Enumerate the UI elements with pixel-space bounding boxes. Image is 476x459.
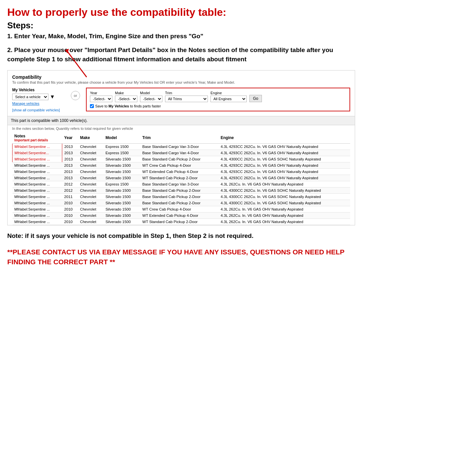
- my-vehicles-box: My Vehicles Select a vehicle ▼ Manage ve…: [12, 88, 65, 113]
- manage-vehicles-link[interactable]: Manage vehicles: [12, 101, 65, 105]
- year-select[interactable]: -Select-: [90, 96, 112, 102]
- engine-cell: 4.3L 4293CC 262Cu. In. V6 GAS OHV Natura…: [219, 143, 350, 150]
- col-header-year: Year: [62, 132, 78, 144]
- trim-cell: Base Standard Cargo Van 4-Door: [140, 150, 219, 156]
- model-cell: Silverado 1500: [103, 168, 140, 175]
- engine-cell: 4.3L 4293CC 262Cu. In. V6 GAS OHV Natura…: [219, 175, 350, 181]
- table-row: Mfrlabel:Serpentine ...2013ChevroletSilv…: [13, 162, 350, 168]
- make-cell: Chevrolet: [78, 193, 103, 200]
- table-row: Mfrlabel:Serpentine ...2010ChevroletSilv…: [13, 206, 350, 212]
- model-cell: Silverado 1500: [103, 187, 140, 193]
- vehicle-select-row: Select a vehicle ▼: [12, 94, 65, 100]
- trim-cell: WT Extended Cab Pickup 4-Door: [140, 168, 219, 175]
- trim-cell: Base Standard Cargo Van 3-Door: [140, 181, 219, 187]
- model-cell: Express 1500: [103, 181, 140, 187]
- make-label: Make: [115, 91, 137, 95]
- quantity-note: In the notes section below, Quantity ref…: [12, 125, 350, 132]
- compat-subtitle: To confirm that this part fits your vehi…: [12, 80, 350, 84]
- model-cell: Express 1500: [103, 150, 140, 156]
- trim-field: Trim All Trims: [165, 91, 208, 102]
- make-cell: Chevrolet: [78, 218, 103, 225]
- engine-cell: 4.3L 4300CC 262Cu. In. V6 GAS SOHC Natur…: [219, 193, 350, 200]
- model-cell: Silverado 1500: [103, 175, 140, 181]
- show-all-compat-link[interactable]: [show all compatible vehicles]: [12, 108, 60, 112]
- make-cell: Chevrolet: [78, 156, 103, 162]
- table-row: Mfrlabel:Serpentine ...2013ChevroletSilv…: [13, 156, 350, 162]
- trim-cell: Base Standard Cab Pickup 2-Door: [140, 200, 219, 206]
- year-cell: 2013: [62, 150, 78, 156]
- save-label: Save to My Vehicles to finds parts faste…: [95, 104, 161, 108]
- notes-cell: Mfrlabel:Serpentine ...: [13, 193, 62, 200]
- notes-cell: Mfrlabel:Serpentine ...: [13, 200, 62, 206]
- year-cell: 2012: [62, 187, 78, 193]
- notes-cell: Mfrlabel:Serpentine ...: [13, 168, 62, 175]
- make-cell: Chevrolet: [78, 187, 103, 193]
- model-cell: Silverado 1500: [103, 200, 140, 206]
- model-select[interactable]: -Select-: [140, 96, 162, 102]
- trim-cell: Base Standard Cab Pickup 2-Door: [140, 156, 219, 162]
- or-divider: or: [71, 91, 80, 100]
- engine-select[interactable]: All Engines: [210, 96, 247, 102]
- engine-field: Engine All Engines: [210, 91, 247, 102]
- steps-heading: Steps:: [7, 20, 355, 31]
- make-field: Make -Select-: [115, 91, 137, 102]
- go-button[interactable]: Go: [249, 95, 262, 102]
- col-header-trim: Trim: [140, 132, 219, 144]
- model-cell: Silverado 1500: [103, 156, 140, 162]
- trim-select[interactable]: All Trims: [165, 96, 208, 102]
- year-cell: 2013: [62, 175, 78, 181]
- make-cell: Chevrolet: [78, 143, 103, 150]
- save-row: Save to My Vehicles to finds parts faste…: [90, 104, 346, 108]
- table-row: Mfrlabel:Serpentine ...2012ChevroletSilv…: [13, 187, 350, 193]
- engine-cell: 4.3L 4300CC 262Cu. In. V6 GAS SOHC Natur…: [219, 200, 350, 206]
- table-row: Mfrlabel:Serpentine ...2013ChevroletExpr…: [13, 143, 350, 150]
- notes-cell: Mfrlabel:Serpentine ...: [13, 187, 62, 193]
- col-header-model: Model: [103, 132, 140, 144]
- dropdown-arrow-icon: ▼: [50, 94, 55, 100]
- year-cell: 2010: [62, 218, 78, 225]
- table-row: Mfrlabel:Serpentine ...2012ChevroletExpr…: [13, 181, 350, 187]
- table-row: Mfrlabel:Serpentine ...2013ChevroletSilv…: [13, 168, 350, 175]
- compat-count-bar: This part is compatible with 1000 vehicl…: [8, 116, 355, 125]
- compat-count-text: This part is compatible with 1000 vehicl…: [11, 118, 88, 123]
- notes-cell: Mfrlabel:Serpentine ...: [13, 181, 62, 187]
- year-field: Year -Select-: [90, 91, 112, 102]
- make-cell: Chevrolet: [78, 168, 103, 175]
- step1-text: 1. Enter Year, Make, Model, Trim, Engine…: [7, 32, 355, 41]
- compat-title: Compatibility: [12, 74, 350, 80]
- engine-cell: 4.3L 262Cu. In. V6 GAS OHV Naturally Asp…: [219, 218, 350, 225]
- year-cell: 2013: [62, 168, 78, 175]
- trim-cell: Base Standard Cab Pickup 2-Door: [140, 193, 219, 200]
- engine-cell: 4.3L 4300CC 262Cu. In. V6 GAS SOHC Natur…: [219, 156, 350, 162]
- model-cell: Silverado 1500: [103, 193, 140, 200]
- year-cell: 2010: [62, 206, 78, 212]
- table-row: Mfrlabel:Serpentine...2013ChevroletExpre…: [13, 150, 350, 156]
- make-select[interactable]: -Select-: [115, 96, 137, 102]
- trim-cell: WT Crew Cab Pickup 4-Door: [140, 206, 219, 212]
- table-row: Mfrlabel:Serpentine ...2010ChevroletSilv…: [13, 212, 350, 218]
- make-cell: Chevrolet: [78, 181, 103, 187]
- trim-label: Trim: [165, 91, 208, 95]
- model-cell: Silverado 1500: [103, 206, 140, 212]
- notes-cell: Mfrlabel:Serpentine ...: [13, 162, 62, 168]
- trim-cell: WT Standard Cab Pickup 2-Door: [140, 218, 219, 225]
- compat-top-row: My Vehicles Select a vehicle ▼ Manage ve…: [12, 88, 350, 113]
- vehicle-select-dropdown[interactable]: Select a vehicle: [12, 94, 48, 100]
- save-checkbox[interactable]: [90, 104, 94, 108]
- table-row: Mfrlabel:Serpentine ...2010ChevroletSilv…: [13, 200, 350, 206]
- my-vehicles-label: My Vehicles: [12, 88, 65, 92]
- year-cell: 2010: [62, 200, 78, 206]
- year-cell: 2011: [62, 193, 78, 200]
- notes-cell: Mfrlabel:Serpentine ...: [13, 143, 62, 150]
- contact-text: **PLEASE CONTACT US VIA EBAY MESSAGE IF …: [7, 247, 355, 267]
- compatibility-section: Compatibility To confirm that this part …: [7, 70, 355, 225]
- notes-cell: Mfrlabel:Serpentine ...: [13, 206, 62, 212]
- ymm-box: Year -Select- Make -Select- Model -: [86, 88, 350, 111]
- make-cell: Chevrolet: [78, 162, 103, 168]
- compatibility-table: Notes Important part details Year Make M…: [12, 132, 350, 225]
- trim-cell: Base Standard Cab Pickup 2-Door: [140, 187, 219, 193]
- engine-cell: 4.3L 4293CC 262Cu. In. V6 GAS OHV Natura…: [219, 150, 350, 156]
- model-cell: Silverado 1500: [103, 162, 140, 168]
- model-label: Model: [140, 91, 162, 95]
- table-row: Mfrlabel:Serpentine ...2011ChevroletSilv…: [13, 193, 350, 200]
